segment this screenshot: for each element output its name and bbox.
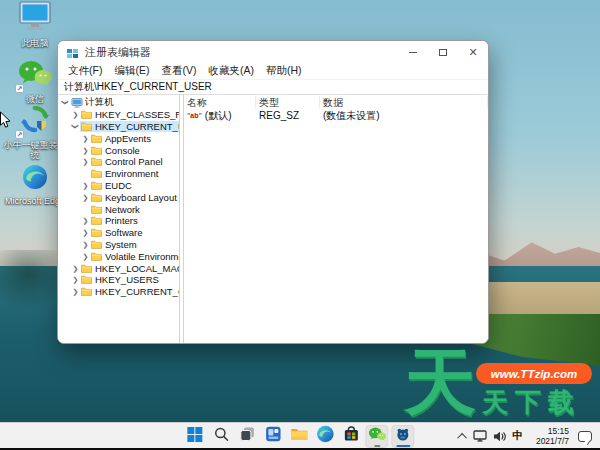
notification-center-icon[interactable] xyxy=(575,425,595,447)
expand-arrow-icon[interactable]: ❯ xyxy=(81,182,90,189)
folder-icon xyxy=(80,122,93,131)
values-header-row: 名称类型数据 xyxy=(184,96,488,109)
address-bar[interactable]: 计算机\HKEY_CURRENT_USER xyxy=(58,79,488,95)
menu-item-3[interactable]: 收藏夹(A) xyxy=(202,64,260,78)
expand-arrow-icon[interactable]: ❯ xyxy=(81,241,90,248)
registry-values-panel[interactable]: 名称类型数据 ab(默认)REG_SZ(数值未设置) xyxy=(184,95,488,343)
tree-node-console[interactable]: ❯Console xyxy=(58,144,179,156)
taskbar-start-button[interactable] xyxy=(183,425,206,448)
tree-node-eudc[interactable]: ❯EUDC xyxy=(58,180,179,192)
taskbar-wechat-button[interactable] xyxy=(365,425,388,448)
column-header-0[interactable]: 名称 xyxy=(184,96,256,109)
ime-indicator[interactable]: 中 xyxy=(509,425,526,447)
close-button[interactable]: ✕ xyxy=(458,41,488,63)
taskbar-file-explorer-button[interactable] xyxy=(287,425,310,448)
value-data: (数值未设置) xyxy=(320,109,488,123)
expand-arrow-icon[interactable]: ❯ xyxy=(71,288,80,295)
taskbar-task-view-button[interactable] xyxy=(235,425,258,448)
tree-node-label: Control Panel xyxy=(103,156,165,167)
folder-icon xyxy=(90,240,103,249)
title-bar[interactable]: 注册表编辑器 ✕ xyxy=(58,41,488,63)
xiaoniu-icon xyxy=(395,427,410,446)
tree-node-label: System xyxy=(103,239,139,250)
speaker-icon[interactable] xyxy=(490,425,509,447)
column-header-1[interactable]: 类型 xyxy=(256,96,320,109)
tree-node-hkey-current-config[interactable]: ❯HKEY_CURRENT_CONFIG xyxy=(58,286,179,298)
expand-arrow-icon[interactable]: ❯ xyxy=(71,276,80,283)
taskbar-center-group xyxy=(183,423,414,449)
tree-node-label: Console xyxy=(103,145,142,156)
search-icon xyxy=(213,426,229,446)
tree-node-label: Software xyxy=(103,227,145,238)
start-icon xyxy=(186,426,203,447)
collapse-arrow-icon[interactable]: ❯ xyxy=(62,98,69,107)
menu-item-4[interactable]: 帮助(H) xyxy=(260,64,308,78)
tree-node-hkey-local-machine[interactable]: ❯HKEY_LOCAL_MACHINE xyxy=(58,262,179,274)
tree-node-control-panel[interactable]: ❯Control Panel xyxy=(58,156,179,168)
tree-node-system[interactable]: ❯System xyxy=(58,239,179,251)
tree-node-hkey-users[interactable]: ❯HKEY_USERS xyxy=(58,274,179,286)
tray-chevron-up-icon[interactable] xyxy=(457,425,470,447)
folder-icon xyxy=(90,134,103,143)
menu-item-0[interactable]: 文件(F) xyxy=(62,64,108,78)
taskbar-search-button[interactable] xyxy=(209,425,232,448)
tree-node-label: HKEY_USERS xyxy=(93,274,161,285)
tree-node-network[interactable]: Network xyxy=(58,203,179,215)
taskbar-xiaoniu-button[interactable] xyxy=(391,425,414,448)
taskbar-edge-button[interactable] xyxy=(313,425,336,448)
taskbar-clock[interactable]: 15:15 2021/7/7 xyxy=(536,426,569,446)
clock-time: 15:15 xyxy=(548,426,569,436)
mouse-cursor xyxy=(0,111,12,133)
tree-node-hkey-current-user[interactable]: ❯HKEY_CURRENT_USER xyxy=(58,121,179,133)
widgets-icon xyxy=(265,426,281,446)
folder-icon xyxy=(90,146,103,155)
expand-arrow-icon[interactable]: ❯ xyxy=(81,229,90,236)
tree-node-label: HKEY_CURRENT_USER xyxy=(93,121,179,132)
open-app-indicator xyxy=(396,445,410,447)
expand-arrow-icon[interactable]: ❯ xyxy=(71,111,80,118)
tree-node-hkey-classes-root[interactable]: ❯HKEY_CLASSES_ROOT xyxy=(58,109,179,121)
tree-node-environment[interactable]: Environment xyxy=(58,168,179,180)
file-explorer-icon xyxy=(290,427,308,445)
minimize-button[interactable] xyxy=(398,41,428,63)
xiaoniu-icon xyxy=(20,106,50,138)
expand-arrow-icon[interactable]: ❯ xyxy=(81,253,90,260)
folder-icon xyxy=(90,193,103,202)
tree-node-计算机[interactable]: ❯计算机 xyxy=(58,97,179,109)
shortcut-arrow-icon: ↗ xyxy=(15,84,24,93)
open-app-indicator xyxy=(374,445,380,447)
tree-node-appevents[interactable]: ❯AppEvents xyxy=(58,132,179,144)
desktop: 此电脑↗微信↗小牛一键重装系统Microsoft Edge 注册表编辑器 ✕ 文… xyxy=(0,0,600,450)
folder-icon xyxy=(90,169,103,178)
registry-editor-window[interactable]: 注册表编辑器 ✕ 文件(F)编辑(E)查看(V)收藏夹(A)帮助(H) 计算机\… xyxy=(57,40,489,344)
registry-app-icon xyxy=(66,46,79,59)
folder-icon xyxy=(90,216,103,225)
expand-arrow-icon[interactable]: ❯ xyxy=(81,217,90,224)
taskbar-store-button[interactable] xyxy=(339,425,362,448)
tree-node-volatile-environment[interactable]: ❯Volatile Environment xyxy=(58,250,179,262)
expand-arrow-icon[interactable]: ❯ xyxy=(81,194,90,201)
tree-node-software[interactable]: ❯Software xyxy=(58,227,179,239)
edge-icon xyxy=(316,425,334,447)
expand-arrow-icon[interactable]: ❯ xyxy=(81,147,90,154)
tree-node-label: HKEY_CURRENT_CONFIG xyxy=(93,286,179,297)
menu-item-1[interactable]: 编辑(E) xyxy=(108,64,155,78)
tree-node-printers[interactable]: ❯Printers xyxy=(58,215,179,227)
taskbar-widgets-button[interactable] xyxy=(261,425,284,448)
collapse-arrow-icon[interactable]: ❯ xyxy=(72,122,79,131)
maximize-button[interactable] xyxy=(428,41,458,63)
shortcut-arrow-icon: ↗ xyxy=(15,130,24,139)
value-row[interactable]: ab(默认)REG_SZ(数值未设置) xyxy=(184,109,488,122)
taskbar[interactable]: 中 15:15 2021/7/7 xyxy=(0,422,600,448)
menu-item-2[interactable]: 查看(V) xyxy=(155,64,202,78)
folder-icon xyxy=(80,110,93,119)
store-icon xyxy=(343,426,359,446)
registry-tree-panel[interactable]: ❯计算机❯HKEY_CLASSES_ROOT❯HKEY_CURRENT_USER… xyxy=(58,95,179,343)
system-tray: 中 15:15 2021/7/7 xyxy=(457,423,595,449)
expand-arrow-icon[interactable]: ❯ xyxy=(81,135,90,142)
expand-arrow-icon[interactable]: ❯ xyxy=(71,265,80,272)
column-header-2[interactable]: 数据 xyxy=(320,96,488,109)
tree-node-keyboard-layout[interactable]: ❯Keyboard Layout xyxy=(58,191,179,203)
expand-arrow-icon[interactable]: ❯ xyxy=(81,158,90,165)
network-icon[interactable] xyxy=(470,425,490,447)
